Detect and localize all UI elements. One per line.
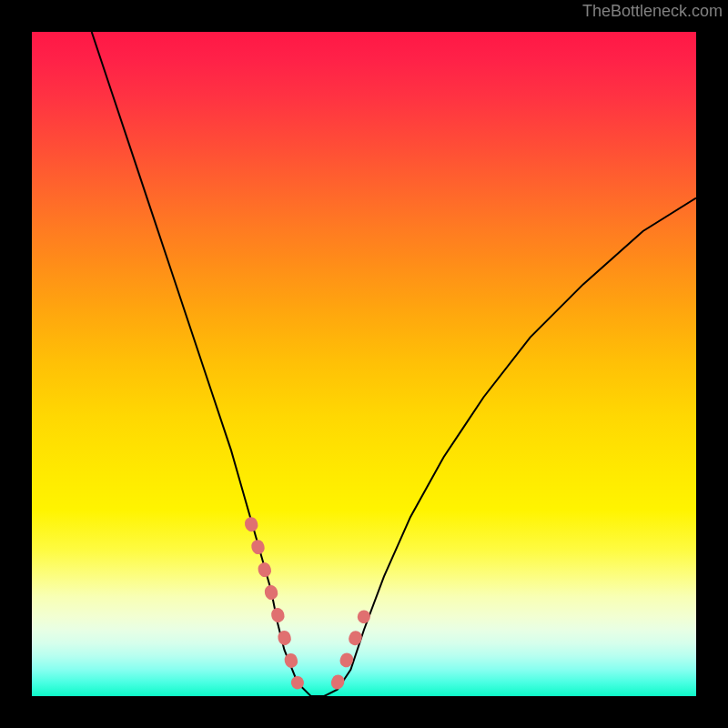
bottleneck-curve-path [92, 32, 696, 696]
highlight-segment-1 [338, 616, 364, 682]
highlight-overlay [251, 523, 364, 682]
watermark-text: TheBottleneck.com [582, 2, 723, 21]
chart-svg [32, 32, 696, 696]
chart-plot-area [32, 32, 696, 696]
curve-line [92, 32, 696, 696]
